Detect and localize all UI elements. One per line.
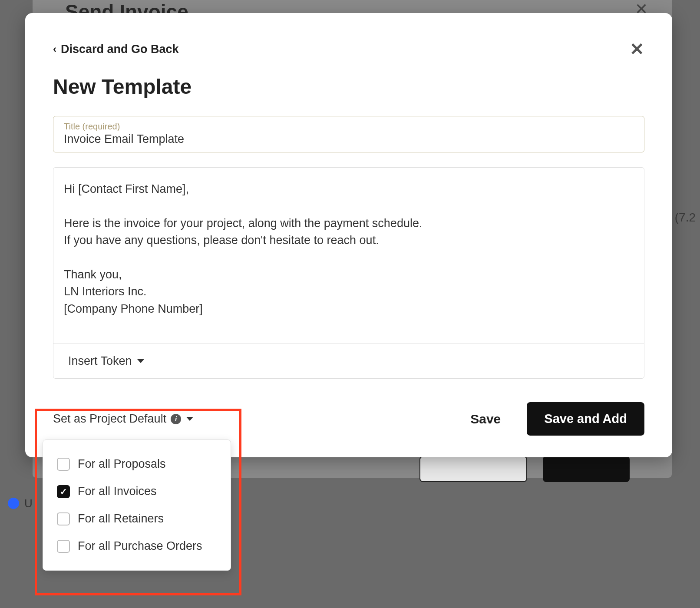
modal-title: New Template <box>53 75 644 99</box>
title-input[interactable] <box>64 132 634 146</box>
body-textarea[interactable]: Hi [Contact First Name], Here is the inv… <box>53 168 644 344</box>
info-icon: i <box>171 414 181 424</box>
set-default-label: Set as Project Default <box>53 412 166 426</box>
new-template-modal: ‹ Discard and Go Back ✕ New Template Tit… <box>25 13 672 457</box>
checkbox-purchase-orders[interactable] <box>57 540 70 553</box>
title-field[interactable]: Title (required) <box>53 116 644 152</box>
dropdown-label: For all Retainers <box>78 512 164 525</box>
save-and-add-button[interactable]: Save and Add <box>527 402 644 436</box>
dropdown-label: For all Purchase Orders <box>78 539 202 553</box>
set-default-trigger[interactable]: Set as Project Default i <box>53 412 193 426</box>
caret-down-icon <box>186 417 193 421</box>
insert-token-label: Insert Token <box>68 354 132 368</box>
insert-token-trigger[interactable]: Insert Token <box>53 344 644 378</box>
dropdown-label: For all Proposals <box>78 457 166 471</box>
backdrop-outline-button <box>419 456 527 482</box>
close-icon[interactable]: ✕ <box>630 39 644 59</box>
clock-icon <box>8 498 19 509</box>
caret-down-icon <box>137 359 144 363</box>
save-button[interactable]: Save <box>470 412 501 426</box>
backdrop-letter: U <box>24 497 33 510</box>
dropdown-label: For all Invoices <box>78 485 157 498</box>
chevron-left-icon: ‹ <box>53 43 56 55</box>
backdrop-solid-button <box>543 456 630 482</box>
checkbox-retainers[interactable] <box>57 512 70 525</box>
body-container: Hi [Contact First Name], Here is the inv… <box>53 167 644 379</box>
dropdown-item-invoices[interactable]: ✓ For all Invoices <box>43 478 231 505</box>
dropdown-item-purchase-orders[interactable]: For all Purchase Orders <box>43 532 231 560</box>
discard-label: Discard and Go Back <box>61 43 179 56</box>
dropdown-item-proposals[interactable]: For all Proposals <box>43 450 231 478</box>
title-field-label: Title (required) <box>64 122 634 132</box>
checkbox-invoices[interactable]: ✓ <box>57 485 70 498</box>
checkbox-proposals[interactable] <box>57 458 70 471</box>
default-dropdown-panel: For all Proposals ✓ For all Invoices For… <box>43 439 231 571</box>
discard-link[interactable]: ‹ Discard and Go Back <box>53 43 179 56</box>
dropdown-item-retainers[interactable]: For all Retainers <box>43 505 231 532</box>
